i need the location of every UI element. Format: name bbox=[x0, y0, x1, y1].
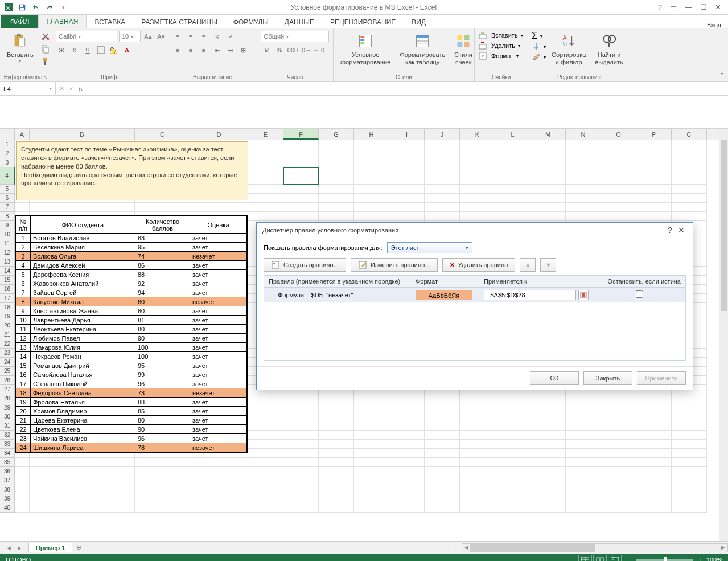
cell[interactable] bbox=[354, 149, 389, 158]
cell[interactable] bbox=[566, 403, 601, 412]
cell[interactable] bbox=[389, 503, 425, 513]
cell[interactable] bbox=[566, 394, 601, 403]
cell[interactable] bbox=[636, 412, 672, 421]
cell[interactable] bbox=[354, 203, 389, 212]
cell[interactable] bbox=[425, 412, 460, 421]
cell[interactable] bbox=[495, 140, 530, 149]
show-rules-for-select[interactable]: Этот лист▾ bbox=[387, 242, 472, 253]
cell[interactable] bbox=[460, 440, 495, 449]
cell[interactable] bbox=[636, 494, 672, 503]
table-row[interactable]: 23Чайкина Василиса96зачет bbox=[16, 434, 247, 443]
cell[interactable] bbox=[354, 167, 389, 185]
name-box[interactable]: F4▾ bbox=[0, 82, 56, 95]
cell[interactable] bbox=[354, 476, 389, 485]
cell[interactable] bbox=[283, 158, 319, 167]
cell[interactable] bbox=[672, 467, 707, 476]
format-painter-icon[interactable] bbox=[39, 56, 52, 67]
cell[interactable] bbox=[425, 158, 460, 167]
cell[interactable] bbox=[425, 185, 460, 194]
cell[interactable] bbox=[636, 503, 672, 513]
cell[interactable] bbox=[636, 394, 672, 403]
cell[interactable] bbox=[135, 485, 190, 494]
cell[interactable] bbox=[566, 458, 601, 467]
rule-row[interactable]: Формула: =$D5="незачет" АаВbБбЯя bbox=[264, 288, 685, 302]
table-row[interactable]: 5Дорофеева Ксения88зачет bbox=[16, 270, 247, 279]
cell[interactable] bbox=[530, 412, 566, 421]
cell[interactable] bbox=[248, 212, 283, 221]
cell[interactable] bbox=[495, 412, 530, 421]
zoom-value[interactable]: 100% bbox=[706, 556, 722, 561]
cell[interactable] bbox=[425, 449, 460, 458]
cell[interactable] bbox=[636, 140, 672, 149]
column-header[interactable]: H bbox=[354, 129, 389, 140]
column-header[interactable]: D bbox=[190, 129, 248, 140]
row-header[interactable]: 26 bbox=[0, 376, 15, 385]
row-header[interactable]: 12 bbox=[0, 248, 15, 257]
cell[interactable] bbox=[672, 485, 707, 494]
column-header[interactable]: B bbox=[30, 129, 135, 140]
cell[interactable] bbox=[460, 494, 495, 503]
cell[interactable] bbox=[248, 467, 283, 476]
cell[interactable] bbox=[425, 194, 460, 203]
cell[interactable] bbox=[425, 476, 460, 485]
cell[interactable] bbox=[495, 158, 530, 167]
cell[interactable] bbox=[283, 149, 319, 158]
range-selector-icon[interactable] bbox=[578, 290, 589, 300]
cell[interactable] bbox=[425, 421, 460, 431]
cell[interactable] bbox=[495, 476, 530, 485]
cell[interactable] bbox=[248, 194, 283, 203]
cell[interactable] bbox=[354, 467, 389, 476]
cell[interactable] bbox=[190, 458, 248, 467]
cell[interactable] bbox=[566, 185, 601, 194]
cell[interactable] bbox=[425, 212, 460, 221]
cell[interactable] bbox=[283, 403, 319, 412]
column-header[interactable]: A bbox=[15, 129, 30, 140]
cell[interactable] bbox=[530, 485, 566, 494]
fx-icon[interactable]: fx bbox=[79, 85, 83, 92]
table-row[interactable]: 16Самойлова Наталья99зачет bbox=[16, 370, 247, 379]
cell[interactable] bbox=[248, 403, 283, 412]
table-row[interactable]: 3Волкова Ольга74незачет bbox=[16, 252, 247, 261]
cell[interactable] bbox=[425, 140, 460, 149]
cell[interactable] bbox=[636, 458, 672, 467]
tab-review[interactable]: РЕЦЕНЗИРОВАНИЕ bbox=[322, 16, 404, 28]
cell[interactable] bbox=[283, 203, 319, 212]
tab-file[interactable]: ФАЙЛ bbox=[1, 15, 38, 28]
cell[interactable] bbox=[283, 185, 319, 194]
cell[interactable] bbox=[30, 476, 135, 485]
undo-icon[interactable] bbox=[30, 1, 42, 14]
cell[interactable] bbox=[566, 158, 601, 167]
cell[interactable] bbox=[601, 431, 636, 440]
cell[interactable] bbox=[30, 467, 135, 476]
column-header[interactable]: E bbox=[248, 129, 283, 140]
row-header[interactable]: 22 bbox=[0, 339, 15, 349]
cell[interactable] bbox=[495, 212, 530, 221]
tab-split-handle[interactable]: ⋮ bbox=[449, 544, 462, 551]
cell[interactable] bbox=[190, 476, 248, 485]
clear-icon[interactable]: ▾ bbox=[532, 52, 546, 62]
number-format-combo[interactable]: Общий▾ bbox=[261, 31, 329, 42]
cell[interactable] bbox=[460, 158, 495, 167]
collapse-ribbon-icon[interactable]: ⌃ bbox=[719, 72, 725, 79]
cell[interactable] bbox=[672, 185, 707, 194]
sort-filter-button[interactable]: АЯ Сортировка и фильтр bbox=[548, 31, 589, 67]
sheet-nav-next-icon[interactable]: ► bbox=[17, 544, 23, 551]
cell[interactable] bbox=[495, 431, 530, 440]
maximize-icon[interactable]: ☐ bbox=[700, 3, 707, 11]
table-row[interactable]: 2Веселкина Мария95зачет bbox=[16, 243, 247, 252]
cell[interactable] bbox=[319, 212, 354, 221]
close-button[interactable]: Закрыть bbox=[583, 371, 632, 385]
cell[interactable] bbox=[530, 431, 566, 440]
cell[interactable] bbox=[601, 449, 636, 458]
table-row[interactable]: 21Царева Екатерина80зачет bbox=[16, 416, 247, 425]
find-select-button[interactable]: Найти и выделить bbox=[591, 31, 626, 67]
row-header[interactable]: 32 bbox=[0, 431, 15, 440]
cell[interactable] bbox=[319, 149, 354, 158]
sheet-nav-prev-icon[interactable]: ◄ bbox=[6, 544, 12, 551]
row-header[interactable]: 29 bbox=[0, 403, 15, 412]
row-header[interactable]: 11 bbox=[0, 239, 15, 248]
cell[interactable] bbox=[460, 467, 495, 476]
cell[interactable] bbox=[354, 394, 389, 403]
cell[interactable] bbox=[425, 503, 460, 513]
save-icon[interactable] bbox=[16, 1, 28, 14]
